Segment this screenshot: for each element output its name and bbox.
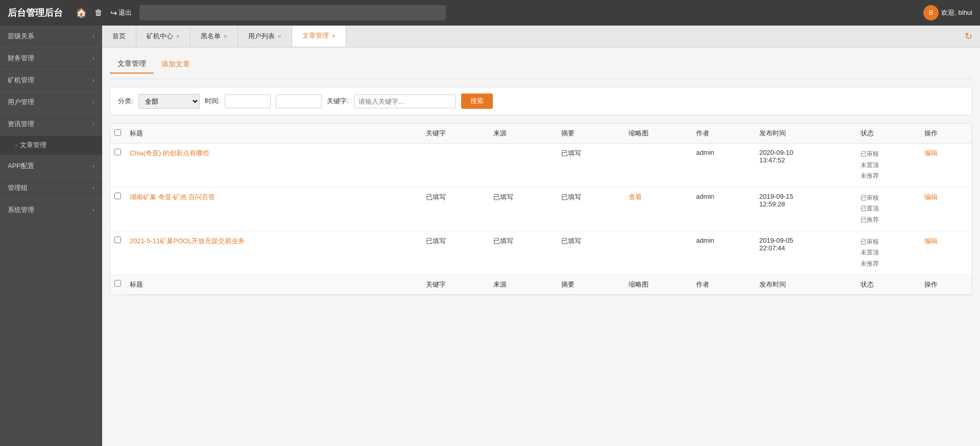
sidebar-label-finance: 财务管理 bbox=[8, 54, 34, 63]
select-all-checkbox[interactable] bbox=[114, 129, 121, 136]
chevron-right-icon: › bbox=[92, 77, 94, 84]
col-publish-time: 发布时间 bbox=[755, 124, 856, 144]
row-source-cell: 已填写 bbox=[489, 187, 557, 231]
edit-button[interactable]: 编辑 bbox=[924, 149, 938, 157]
chevron-right-icon: › bbox=[92, 206, 94, 214]
tab-close-icon[interactable]: ✕ bbox=[277, 34, 281, 39]
row-title-cell: 湖南矿巢 奇亚·矿池 百问百答 bbox=[126, 187, 422, 231]
sidebar-label-article: 文章管理 bbox=[20, 140, 46, 150]
edit-button[interactable]: 编辑 bbox=[924, 193, 938, 201]
avatar: B bbox=[923, 5, 939, 20]
sidebar-item-user[interactable]: 用户管理 › bbox=[0, 91, 102, 113]
search-button[interactable]: 搜索 bbox=[461, 93, 493, 109]
col-author: 作者 bbox=[692, 124, 755, 144]
time-end-input[interactable] bbox=[276, 95, 322, 108]
chevron-right-icon: › bbox=[92, 121, 94, 128]
search-bar: 分类: 全部 时间: 关键字: 搜索 bbox=[110, 87, 972, 115]
table-row: 湖南矿巢 奇亚·矿池 百问百答 已填写 已填写 已填写 查看 admin 201… bbox=[110, 187, 972, 231]
chevron-right-icon: › bbox=[92, 162, 94, 170]
sidebar-label-miner: 矿机管理 bbox=[8, 76, 34, 85]
keyword-label: 关键字: bbox=[327, 97, 349, 106]
logout-icon: ↪ bbox=[110, 8, 117, 18]
sidebar-label-system: 系统管理 bbox=[8, 205, 34, 215]
tab-miner-center[interactable]: 矿机中心 ✕ bbox=[136, 27, 190, 46]
select-all-header bbox=[110, 124, 126, 144]
page-content: 文章管理 添加文章 分类: 全部 时间: 关键字: 搜索 bbox=[102, 48, 980, 303]
tab-close-icon[interactable]: ✕ bbox=[176, 34, 180, 39]
sub-arrow-icon: › bbox=[15, 142, 17, 148]
sidebar-item-app[interactable]: APP配置 › bbox=[0, 155, 102, 177]
category-select[interactable]: 全部 bbox=[138, 94, 200, 109]
table-row: 2021-5-11矿巢POOL开放充提交易业务 已填写 已填写 已填写 admi… bbox=[110, 231, 972, 275]
article-title-link[interactable]: 2021-5-11矿巢POOL开放充提交易业务 bbox=[130, 237, 245, 245]
edit-button[interactable]: 编辑 bbox=[924, 237, 938, 245]
row-checkbox[interactable] bbox=[114, 149, 121, 155]
header-search-input[interactable] bbox=[139, 5, 446, 20]
row-author-cell: admin bbox=[692, 144, 755, 187]
keyword-input[interactable] bbox=[354, 95, 456, 108]
logout-button[interactable]: ↪ 退出 bbox=[110, 8, 132, 18]
thumbnail-view-link[interactable]: 查看 bbox=[629, 193, 642, 201]
row-title-cell: Chia(奇亚) 的创新点有哪些 bbox=[126, 144, 422, 187]
page-header: 文章管理 添加文章 bbox=[110, 55, 972, 79]
sidebar-item-news[interactable]: 资讯管理 › bbox=[0, 113, 102, 135]
sidebar-item-miner[interactable]: 矿机管理 › bbox=[0, 69, 102, 91]
time-start-input[interactable] bbox=[225, 95, 271, 108]
chevron-right-icon: › bbox=[92, 33, 94, 40]
table-header-row: 标题 关键字 来源 摘要 缩略图 作者 发布时间 状态 操作 bbox=[110, 124, 972, 144]
sidebar-item-admingroup[interactable]: 管理组 › bbox=[0, 177, 102, 199]
row-status-cell: 已审核未置顶未推荐 bbox=[856, 144, 920, 187]
table-footer-row: 标题 关键字 来源 摘要 缩略图 作者 发布时间 状态 操作 bbox=[110, 275, 972, 295]
row-checkbox[interactable] bbox=[114, 237, 121, 243]
article-table: 标题 关键字 来源 摘要 缩略图 作者 发布时间 状态 操作 bbox=[110, 123, 972, 295]
col-summary: 摘要 bbox=[557, 124, 625, 144]
row-summary-cell: 已填写 bbox=[557, 231, 625, 275]
sidebar-label-user: 用户管理 bbox=[8, 98, 34, 107]
col-keyword: 关键字 bbox=[422, 124, 489, 144]
trash-icon[interactable]: 🗑 bbox=[94, 8, 103, 17]
row-action-cell: 编辑 bbox=[920, 187, 972, 231]
row-publish-time-cell: 2019-09-0522:07:44 bbox=[755, 231, 856, 275]
article-title-link[interactable]: 湖南矿巢 奇亚·矿池 百问百答 bbox=[130, 193, 215, 201]
tab-close-icon[interactable]: ✕ bbox=[223, 34, 227, 39]
tab-home[interactable]: 首页 bbox=[102, 27, 136, 46]
row-thumbnail-cell bbox=[625, 231, 692, 275]
tab-bar: 首页 矿机中心 ✕ 黑名单 ✕ 用户列表 ✕ 文章管理 ✕ ↻ bbox=[102, 26, 980, 48]
home-icon[interactable]: 🏠 bbox=[76, 7, 87, 18]
article-title-link[interactable]: Chia(奇亚) 的创新点有哪些 bbox=[130, 149, 209, 157]
col-action: 操作 bbox=[920, 124, 972, 144]
row-summary-cell: 已填写 bbox=[557, 187, 625, 231]
sidebar: 层级关系 › 财务管理 › 矿机管理 › 用户管理 › 资讯管理 › › 文章管… bbox=[0, 26, 102, 446]
page-tab-article-mgmt[interactable]: 文章管理 bbox=[110, 55, 154, 74]
footer-col-author: 作者 bbox=[692, 275, 755, 295]
row-author-cell: admin bbox=[692, 231, 755, 275]
sidebar-item-system[interactable]: 系统管理 › bbox=[0, 199, 102, 221]
row-thumbnail-cell bbox=[625, 144, 692, 187]
tab-user-list[interactable]: 用户列表 ✕ bbox=[238, 27, 292, 46]
row-source-cell bbox=[489, 144, 557, 187]
logo: 后台管理后台 bbox=[8, 7, 63, 19]
col-status: 状态 bbox=[856, 124, 920, 144]
row-thumbnail-cell: 查看 bbox=[625, 187, 692, 231]
chevron-right-icon: › bbox=[92, 99, 94, 106]
footer-checkbox-cell bbox=[110, 275, 126, 295]
user-greeting: 欢迎, bihui bbox=[941, 8, 972, 17]
tab-blacklist[interactable]: 黑名单 ✕ bbox=[190, 27, 238, 46]
row-checkbox-cell bbox=[110, 144, 126, 187]
sidebar-item-article[interactable]: › 文章管理 bbox=[0, 135, 102, 155]
row-keyword-cell: 已填写 bbox=[422, 231, 489, 275]
footer-col-keyword: 关键字 bbox=[422, 275, 489, 295]
col-thumbnail: 缩略图 bbox=[625, 124, 692, 144]
page-tab-add-article[interactable]: 添加文章 bbox=[154, 56, 198, 73]
row-checkbox[interactable] bbox=[114, 193, 121, 199]
chevron-right-icon: › bbox=[92, 55, 94, 62]
footer-checkbox[interactable] bbox=[114, 280, 121, 287]
tab-article-mgmt[interactable]: 文章管理 ✕ bbox=[292, 26, 346, 46]
tab-close-icon[interactable]: ✕ bbox=[331, 33, 336, 39]
status-text: 已审核未置顶未推荐 bbox=[861, 237, 916, 270]
user-info: B 欢迎, bihui bbox=[923, 5, 972, 20]
tab-home-label: 首页 bbox=[112, 32, 126, 41]
sidebar-item-finance[interactable]: 财务管理 › bbox=[0, 48, 102, 69]
sidebar-item-hierarchy[interactable]: 层级关系 › bbox=[0, 26, 102, 48]
refresh-button[interactable]: ↻ bbox=[957, 26, 980, 47]
